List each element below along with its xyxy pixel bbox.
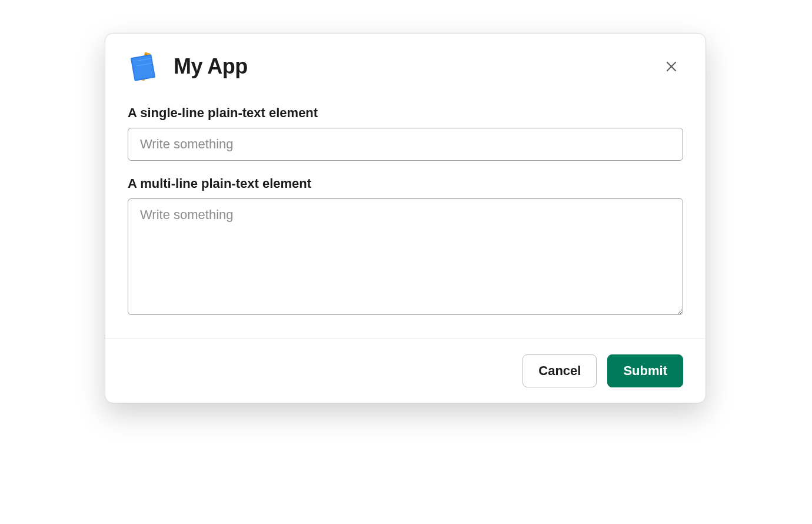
close-button[interactable] [660, 55, 683, 78]
svg-rect-3 [132, 55, 154, 79]
single-line-label: A single-line plain-text element [128, 105, 683, 121]
multi-line-field-group: A multi-line plain-text element [128, 176, 683, 317]
single-line-field-group: A single-line plain-text element [128, 105, 683, 161]
single-line-input[interactable] [128, 128, 683, 161]
blueprint-ruler-icon [128, 50, 161, 83]
cancel-button[interactable]: Cancel [523, 354, 597, 387]
multi-line-label: A multi-line plain-text element [128, 176, 683, 191]
modal-header: My App [105, 34, 705, 92]
submit-button[interactable]: Submit [607, 354, 683, 387]
close-icon [664, 59, 678, 74]
modal-body: A single-line plain-text element A multi… [105, 92, 705, 339]
modal-title: My App [174, 54, 660, 79]
multi-line-input[interactable] [128, 198, 683, 315]
modal-footer: Cancel Submit [105, 339, 705, 403]
modal-dialog: My App A single-line plain-text element … [105, 33, 706, 403]
